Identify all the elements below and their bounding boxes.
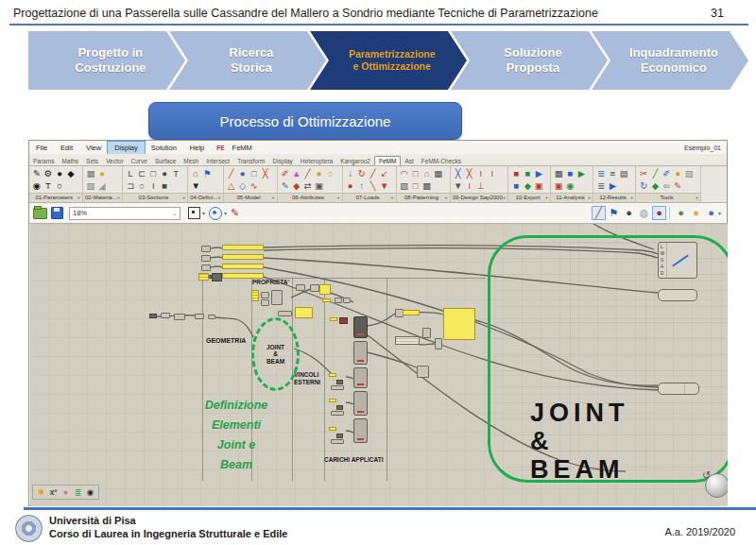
toolbar-icon[interactable]: ∿: [249, 179, 260, 192]
menu-item-view[interactable]: View: [79, 142, 108, 154]
toolbar-icon[interactable]: I: [147, 179, 159, 192]
menu-item-display[interactable]: Display: [108, 142, 145, 154]
trackball-widget[interactable]: ↺: [705, 473, 728, 498]
hidden-preview-icon[interactable]: ●: [622, 206, 636, 220]
toolbar-icon[interactable]: ╱: [226, 167, 237, 179]
gh-node[interactable]: [329, 427, 336, 431]
tab-intersect[interactable]: Intersect: [202, 157, 233, 165]
toolbar-group-label[interactable]: Tools+: [636, 193, 700, 202]
toolbar-icon[interactable]: ≣: [595, 179, 607, 192]
toolbar-icon[interactable]: ◇: [237, 179, 249, 192]
pill-component[interactable]: [658, 289, 697, 301]
gh-node[interactable]: [336, 380, 343, 384]
toolbar-icon[interactable]: ▤: [618, 167, 629, 179]
gh-node[interactable]: [329, 373, 336, 377]
gh-node[interactable]: [161, 313, 170, 318]
tab-ast[interactable]: Ast: [401, 157, 417, 165]
toolbar-icon[interactable]: ■: [564, 167, 576, 179]
sliders-widget-icon[interactable]: ≣: [72, 486, 84, 498]
toolbar-group-label[interactable]: 11-Analysis+: [551, 193, 593, 202]
toolbar-icon[interactable]: ○: [325, 167, 336, 179]
toolbar-icon[interactable]: ◆: [291, 179, 302, 192]
toolbar-group-label[interactable]: 06-Attributes+: [278, 193, 342, 202]
toolbar-icon[interactable]: ↻: [638, 179, 649, 192]
gh-node[interactable]: [403, 310, 420, 315]
toolbar-icon[interactable]: L: [125, 167, 136, 179]
tab-vector[interactable]: Vector: [102, 157, 127, 165]
paint-canvas-icon[interactable]: ✎: [231, 207, 239, 219]
toolbar-icon[interactable]: ▦: [433, 167, 444, 179]
toolbar-icon[interactable]: ◉: [31, 179, 43, 192]
toolbar-icon[interactable]: □: [147, 167, 159, 179]
gh-node[interactable]: [336, 434, 343, 438]
toolbar-icon[interactable]: ╱: [302, 167, 314, 179]
gh-node[interactable]: [335, 298, 342, 303]
toolbar-icon[interactable]: ✎: [280, 179, 291, 192]
tab-curve[interactable]: Curve: [128, 157, 151, 165]
gh-node[interactable]: [329, 399, 336, 402]
toolbar-icon[interactable]: T: [43, 179, 54, 192]
shaded-preview-icon[interactable]: ●: [652, 206, 666, 220]
panel-node[interactable]: [319, 284, 331, 295]
gh-node[interactable]: [339, 317, 348, 324]
toolbar-icon[interactable]: □: [410, 179, 421, 192]
menu-item-file[interactable]: File: [29, 142, 54, 154]
toolbar-icon[interactable]: ╲: [368, 179, 379, 192]
toolbar-icon[interactable]: ╳: [260, 167, 271, 179]
tab-mesh[interactable]: Mesh: [180, 157, 202, 165]
tab-kangaroo2[interactable]: Kangaroo2: [336, 157, 374, 165]
toolbar-icon[interactable]: ◆: [65, 167, 77, 179]
toolbar-icon[interactable]: ✎: [672, 179, 683, 192]
toolbar-group-label[interactable]: 05-Model+: [224, 193, 277, 202]
panel-node[interactable]: [395, 336, 420, 345]
tab-heteroptera[interactable]: Heteroptera: [297, 157, 336, 165]
pill-component[interactable]: [658, 383, 699, 395]
toolbar-group-label[interactable]: 08-Patterning+: [397, 193, 450, 202]
gh-node[interactable]: [331, 385, 344, 390]
wire-display-icon[interactable]: ╱: [592, 206, 606, 220]
tab-params[interactable]: Params: [29, 157, 58, 165]
toolbar-icon[interactable]: ●: [96, 167, 108, 179]
femm-component[interactable]: [353, 367, 368, 388]
grasshopper-widget-icon[interactable]: ✱: [35, 486, 47, 498]
line-component[interactable]: LMGAD: [658, 242, 697, 279]
galapagos-widget-icon[interactable]: ●: [60, 486, 72, 498]
toolbar-icon[interactable]: ≡: [607, 167, 618, 179]
toolbar-icon[interactable]: ╱: [368, 167, 379, 179]
panel-node[interactable]: [443, 308, 475, 340]
toolbar-icon[interactable]: ▶: [533, 167, 544, 179]
toolbar-group-label[interactable]: 04-Defini...+: [188, 193, 223, 202]
number-slider[interactable]: [222, 245, 264, 250]
toolbar-icon[interactable]: ✎: [31, 167, 43, 179]
toolbar-icon[interactable]: ◉: [564, 179, 576, 192]
toolbar-icon[interactable]: ⊏: [136, 167, 147, 179]
toolbar-icon[interactable]: ●: [54, 167, 65, 179]
toolbar-icon[interactable]: ○: [54, 179, 65, 192]
gh-node[interactable]: [417, 366, 429, 378]
toolbar-icon[interactable]: ↑: [356, 179, 368, 192]
expression-widget-icon[interactable]: x²: [47, 486, 60, 498]
gh-node[interactable]: [331, 439, 344, 444]
toolbar-icon[interactable]: ✐: [280, 167, 291, 179]
gh-node[interactable]: [336, 405, 343, 410]
zoom-dropdown[interactable]: 18% ⌄: [69, 207, 180, 220]
toolbar-icon[interactable]: ▣: [553, 179, 564, 192]
solver-on-icon[interactable]: ●: [674, 206, 688, 220]
gh-node[interactable]: [261, 299, 269, 306]
gh-node[interactable]: [330, 317, 337, 321]
toolbar-icon[interactable]: I: [475, 167, 487, 179]
gh-node[interactable]: [149, 314, 157, 318]
menu-item-help[interactable]: Help: [183, 142, 211, 154]
toolbar-icon[interactable]: ◆: [649, 179, 661, 192]
toolbar-icon[interactable]: ●: [345, 179, 356, 192]
toolbar-icon[interactable]: ●: [314, 167, 325, 179]
toolbar-icon[interactable]: ▶: [576, 167, 587, 179]
toolbar-icon[interactable]: ▼: [379, 179, 390, 192]
toolbar-icon[interactable]: ●: [672, 167, 683, 179]
toolbar-icon[interactable]: ▼: [453, 179, 464, 192]
gh-node[interactable]: [310, 284, 319, 292]
preview-eye-icon[interactable]: [209, 207, 222, 220]
toolbar-icon[interactable]: ↓: [345, 167, 356, 179]
preview-settings-icon[interactable]: ●: [704, 206, 718, 220]
toolbar-group-label[interactable]: 09-Design Sap2000+: [451, 193, 508, 202]
